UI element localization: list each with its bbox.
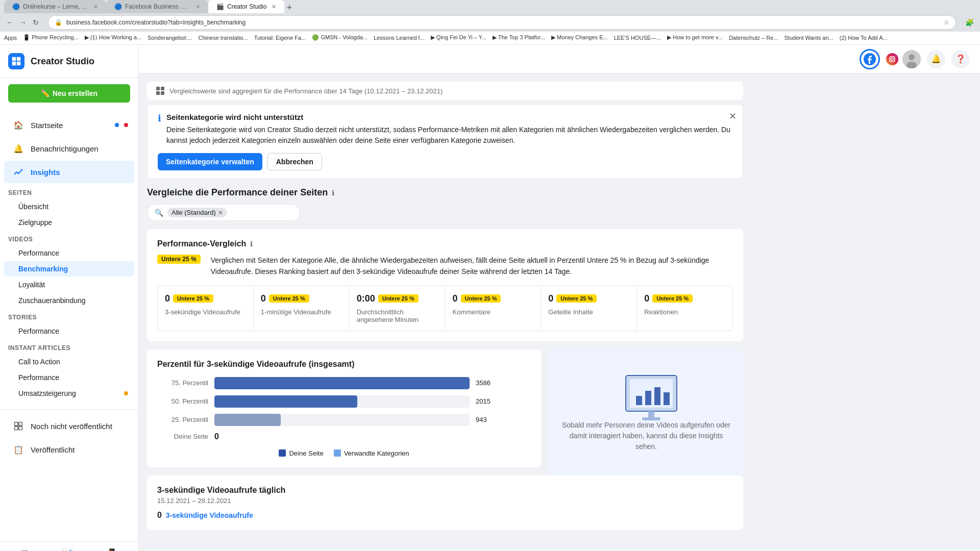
sidebar-sub-performance-stories[interactable]: Performance	[4, 323, 134, 339]
perf-comparison-section: Performance-Vergleich ℹ Untere 25 % Verg…	[147, 229, 743, 341]
grid-view-button[interactable]: ⊞	[21, 548, 29, 551]
sidebar-sub-zuschaueranbindung[interactable]: Zuschaueranbindung	[4, 293, 134, 308]
percentile-bar-container-75	[214, 377, 470, 389]
daily-link[interactable]: 3-sekündige Videoaufrufe	[166, 511, 253, 519]
draft-icon	[12, 420, 24, 432]
sidebar-sub-call-to-action[interactable]: Call to Action	[4, 354, 134, 369]
svg-rect-19	[161, 91, 164, 95]
table-view-button[interactable]: 📊	[62, 548, 73, 551]
content-inner: Vergleichswerte sind aggregiert für die …	[139, 73, 751, 538]
bookmark-15[interactable]: (2) How To Add A...	[840, 35, 888, 41]
help-button[interactable]: ❓	[951, 50, 970, 68]
extensions-button[interactable]: 🧩	[963, 17, 976, 28]
tab-close-2[interactable]: ✕	[195, 4, 200, 10]
percentile-label-25: 25. Perzentil	[157, 416, 208, 423]
star-icon[interactable]: ☆	[944, 19, 949, 26]
back-button[interactable]: ←	[4, 17, 15, 28]
new-tab-button[interactable]: +	[286, 3, 292, 13]
bookmark-6[interactable]: 🟢 GMSN - Vologda...	[312, 34, 368, 41]
percentile-value-75: 3586	[476, 379, 501, 387]
warning-close-button[interactable]: ✕	[729, 111, 737, 122]
percentile-bar-50	[214, 395, 357, 408]
section-instant-articles: Instant Articles	[0, 339, 138, 354]
svg-rect-18	[156, 91, 160, 95]
sidebar-sub-performance-ia[interactable]: Performance	[4, 370, 134, 385]
reload-button[interactable]: ↻	[31, 17, 41, 28]
sidebar-sub-zielgruppe[interactable]: Zielgruppe	[4, 215, 134, 230]
legend-deine-seite: Deine Seite	[279, 449, 323, 457]
sidebar-item-veroffentlicht[interactable]: 📋 Veröffentlicht	[4, 438, 134, 461]
facebook-platform-button[interactable]	[860, 49, 880, 69]
label-noch-nicht: Noch nicht veröffentlicht	[31, 422, 112, 431]
sidebar-item-insights[interactable]: Insights	[4, 161, 134, 183]
bookmark-4[interactable]: Chinese translatio...	[198, 35, 248, 41]
new-create-button[interactable]: ✏️ Neu erstellen	[8, 84, 130, 103]
tab-close-1[interactable]: ✕	[93, 4, 98, 10]
bookmark-5[interactable]: Tutorial: Eigene Fa...	[254, 35, 306, 41]
mobile-view-button[interactable]: 📱	[106, 548, 117, 551]
sidebar-bottom-icons: ⊞ 📊 📱	[0, 541, 138, 551]
bookmark-13[interactable]: Datenschutz – Re...	[729, 35, 778, 41]
grid-icon	[11, 56, 21, 66]
metric-label-2: Durchschnittlich angesehene Minuten	[357, 308, 438, 323]
svg-rect-0	[12, 57, 16, 61]
percentile-row-75: 75. Perzentil 3586	[157, 377, 531, 389]
sidebar-item-noch-nicht[interactable]: Noch nicht veröffentlicht	[4, 415, 134, 437]
bookmark-apps[interactable]: Apps	[4, 35, 17, 41]
bookmark-12[interactable]: ▶ How to get more v...	[667, 34, 723, 41]
sidebar-sub-ubersicht[interactable]: Übersicht	[4, 199, 134, 214]
deine-seite-value: 0	[214, 432, 219, 441]
search-bar[interactable]: 🔍 Alle (Standard) ✕	[147, 204, 300, 221]
sidebar-item-startseite[interactable]: 🏠 Startseite	[4, 114, 134, 136]
tab-close-3[interactable]: ✕	[272, 4, 276, 10]
bookmark-3[interactable]: Sonderangebot:...	[148, 35, 192, 41]
search-tag-remove[interactable]: ✕	[218, 209, 223, 216]
topbar-right: 🔔 ❓	[902, 50, 970, 68]
tab-1[interactable]: 🔵 Onlinekurse – Lerne, was un... ✕	[4, 0, 106, 13]
bookmark-7[interactable]: Lessons Learned f...	[374, 35, 425, 41]
user-avatar[interactable]	[902, 50, 921, 68]
legend-verwandte-label: Verwandte Kategorien	[344, 449, 409, 457]
instagram-platform-button[interactable]	[882, 49, 902, 69]
metric-top-4: 0 Untere 25 %	[548, 293, 629, 304]
bookmark-14[interactable]: Student Wants an...	[785, 35, 834, 41]
compare-info-icon[interactable]: ℹ	[332, 189, 334, 197]
bookmark-8[interactable]: ▶ Qing Fei De Yi – Y...	[431, 34, 486, 41]
tab-3[interactable]: 🎬 Creator Studio ✕	[208, 0, 284, 13]
bookmark-1[interactable]: 📱 Phone Recycling...	[23, 34, 79, 41]
search-icon: 🔍	[155, 209, 163, 217]
metric-label-4: Geteilte Inhalte	[548, 308, 629, 316]
chart-legend: Deine Seite Verwandte Kategorien	[157, 449, 531, 457]
forward-button[interactable]: →	[17, 17, 29, 28]
new-create-label: Neu erstellen	[53, 89, 97, 97]
sidebar-sub-benchmarking[interactable]: Benchmarking	[4, 261, 134, 277]
lock-icon: 🔒	[55, 19, 62, 26]
bookmark-10[interactable]: ▶ Money Changes E...	[551, 34, 608, 41]
address-bar[interactable]: 🔒 business.facebook.com/creatorstudio?ta…	[48, 15, 956, 30]
section-videos-label: Videos	[8, 236, 33, 243]
sidebar-sub-loyalitat[interactable]: Loyalität	[4, 277, 134, 292]
home-icon: 🏠	[12, 119, 24, 131]
perf-vergleich-header: Performance-Vergleich ℹ	[157, 239, 733, 248]
abbrechen-button[interactable]: Abbrechen	[267, 153, 322, 170]
seitenkategorie-verwalten-button[interactable]: Seitenkategorie verwalten	[158, 153, 262, 170]
url-text: business.facebook.com/creatorstudio?tab=…	[66, 19, 940, 26]
sidebar-item-benachrichtigungen[interactable]: 🔔 Benachrichtigungen	[4, 137, 134, 160]
metric-top-2: 0:00 Untere 25 %	[357, 293, 438, 304]
metric-top-0: 0 Untere 25 %	[165, 293, 246, 304]
bookmark-2[interactable]: ▶ (1) How Working a...	[85, 34, 141, 41]
bookmark-11[interactable]: LEE'S HOUSE—...	[614, 35, 662, 41]
bookmark-9[interactable]: ▶ The Top 3 Platfor...	[493, 34, 545, 41]
sidebar-sub-umsatzsteigerung[interactable]: Umsatzsteigerung	[4, 386, 134, 401]
perf-vergleich-info-icon[interactable]: ℹ	[250, 240, 253, 248]
info-bar-text: Vergleichswerte sind aggregiert für die …	[169, 87, 443, 95]
svg-rect-7	[19, 427, 22, 430]
tab-2[interactable]: 🔵 Facebook Business Suite ✕	[106, 0, 208, 13]
svg-rect-27	[642, 417, 660, 420]
tab-favicon-1: 🔵	[12, 3, 20, 10]
split-layout: Perzentil für 3-sekündige Videoaufrufe (…	[147, 349, 743, 475]
notification-bell-button[interactable]: 🔔	[927, 50, 945, 68]
insight-illustration: Sobald mehr Personen deine Videos aufger…	[549, 349, 743, 475]
metric-badge-4: Untere 25 %	[556, 294, 597, 303]
sidebar-sub-performance-videos[interactable]: Performance	[4, 245, 134, 261]
